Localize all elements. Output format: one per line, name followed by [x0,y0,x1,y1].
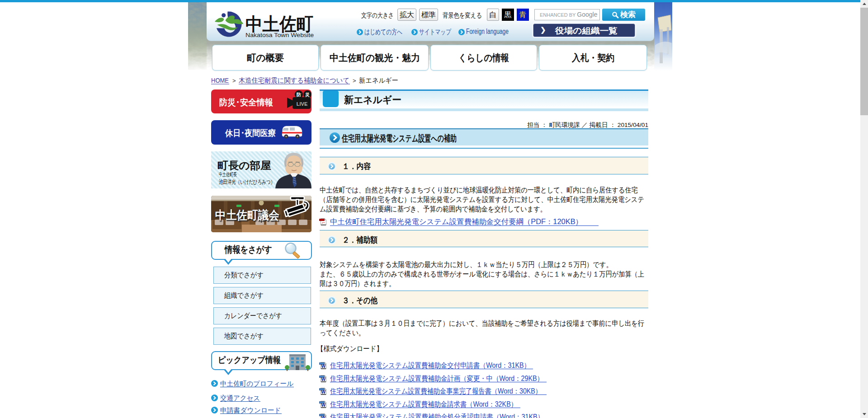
svg-text:中土佐町長: 中土佐町長 [219,171,237,177]
svg-text:新エネルギー: 新エネルギー [344,94,401,105]
svg-text:中土佐町住宅用太陽光発電システム設置費補助金交付要綱（PDF: 中土佐町住宅用太陽光発電システム設置費補助金交付要綱（PDF：120KB） [330,218,583,225]
svg-text:カレンダーでさがす: カレンダーでさがす [224,312,282,319]
svg-text:限は３０万円）されます。: 限は３０万円）されます。 [320,280,395,287]
svg-text:情報をさがす: 情報をさがす [224,244,272,254]
svg-text:ってください。: ってください。 [320,329,365,337]
svg-text:町の概要: 町の概要 [247,52,284,63]
svg-text:中土佐町のプロフィール: 中土佐町のプロフィール [220,380,294,387]
svg-text:W: W [321,402,326,408]
svg-text:中土佐町議会: 中土佐町議会 [215,209,279,222]
svg-text:新エネルギー: 新エネルギー [359,76,398,84]
svg-text:（店舗等との併用住宅を含む）に太陽光発電システムを設置する方: （店舗等との併用住宅を含む）に太陽光発電システムを設置する方に対して、中土佐町住… [320,196,644,203]
svg-text:住宅用太陽光発電システム設置費補助金交付申請書（Word：3: 住宅用太陽光発電システム設置費補助金交付申請書（Word：31KB） [330,362,530,369]
svg-text:背景色を変える: 背景色を変える [443,11,482,19]
svg-text:住宅用太陽光発電システム設置費補助金計画（変更・中（Word: 住宅用太陽光発電システム設置費補助金計画（変更・中（Word：29KB） [330,375,543,382]
svg-text:組織でさがす: 組織でさがす [224,291,264,299]
svg-text:木造住宅耐震に関する補助金について: 木造住宅耐震に関する補助金について [239,76,349,84]
svg-text:中土佐町では、自然と共存するまちづくり並びに地球温暖化防止対: 中土佐町では、自然と共存するまちづくり並びに地球温暖化防止対策の一環として、町内… [320,186,638,194]
svg-text:住宅用太陽光発電システム設置費補助金請求書（Word：32K: 住宅用太陽光発電システム設置費補助金請求書（Word：32KB） [330,400,517,408]
svg-text:対象システムを構築する太陽電池の最大出力に対し、１ｋｗ当たり: 対象システムを構築する太陽電池の最大出力に対し、１ｋｗ当たり５万円（上限は２５万… [320,261,613,268]
svg-text:分類でさがす: 分類でさがす [224,271,264,279]
svg-text:住宅用太陽光発電システム設置への補助: 住宅用太陽光発電システム設置への補助 [341,133,457,143]
svg-text:３．その他: ３．その他 [342,296,378,305]
svg-text:池田洋光（いけだひろみつ）: 池田洋光（いけだひろみつ） [219,178,275,185]
svg-text:本年度（設置工事は３月１０日までに完了）において、当該補助を: 本年度（設置工事は３月１０日までに完了）において、当該補助をご希望される方は役場… [320,319,644,327]
svg-text:文字の大きさ: 文字の大きさ [361,11,394,19]
svg-text:くらしの情報: くらしの情報 [458,52,509,63]
svg-text:災: 災 [305,92,310,97]
svg-text:W: W [321,389,326,395]
svg-text:申請書ダウンロード: 申請書ダウンロード [220,406,281,414]
svg-text:はじめての方へ: はじめての方へ [364,28,402,36]
svg-text:ム設置費補助金交付要綱に基づき、予算の範囲内で補助金を交付し: ム設置費補助金交付要綱に基づき、予算の範囲内で補助金を交付しています。 [320,205,547,213]
svg-text:２．補助額: ２．補助額 [342,235,377,244]
svg-text:防災･安全情報: 防災･安全情報 [219,98,273,107]
svg-text:１．内容: １．内容 [342,162,371,171]
svg-text:担当 ： 町民環境課 ／ 掲載日 ： 2015/04/01: 担当 ： 町民環境課 ／ 掲載日 ： 2015/04/01 [527,121,648,128]
svg-text:交通アクセス: 交通アクセス [220,394,260,402]
svg-text:役場の組織一覧: 役場の組織一覧 [555,26,618,35]
svg-text:Nakatosa Town Website: Nakatosa Town Website [245,32,314,38]
svg-text:LIVE: LIVE [297,101,307,107]
svg-text:中土佐町の観光・魅力: 中土佐町の観光・魅力 [330,52,420,63]
svg-text:W: W [321,363,326,369]
svg-text:W: W [321,376,326,382]
svg-text:住宅用太陽光発電システム設置費補助金処分承認申請書（Word: 住宅用太陽光発電システム設置費補助金処分承認申請書（Word：31KB） [330,413,544,418]
svg-text:地図でさがす: 地図でさがす [224,332,264,340]
svg-text:町長の部屋: 町長の部屋 [217,160,271,171]
svg-text:また、６５歳以上の方のみで構成される世帯がオール電化にする場: また、６５歳以上の方のみで構成される世帯がオール電化にする場合は、さらに１ｋｗあ… [320,270,644,278]
svg-text:HOME: HOME [211,77,229,84]
svg-text:防: 防 [297,92,301,97]
svg-text:中土佐町: 中土佐町 [245,14,313,34]
svg-text:【様式ダウンロード】: 【様式ダウンロード】 [317,345,383,352]
svg-text:入札・契約: 入札・契約 [571,52,614,63]
svg-text:W: W [321,415,326,418]
svg-text:ピックアップ情報: ピックアップ情報 [218,355,281,365]
svg-text:休日･夜間医療: 休日･夜間医療 [225,128,276,138]
svg-text:サイトマップ: サイトマップ [419,28,451,36]
svg-text:Foreign language: Foreign language [466,28,509,35]
svg-text:住宅用太陽光発電システム設置費補助金事業完了報告書（Word: 住宅用太陽光発電システム設置費補助金事業完了報告書（Word：30KB） [330,387,542,395]
